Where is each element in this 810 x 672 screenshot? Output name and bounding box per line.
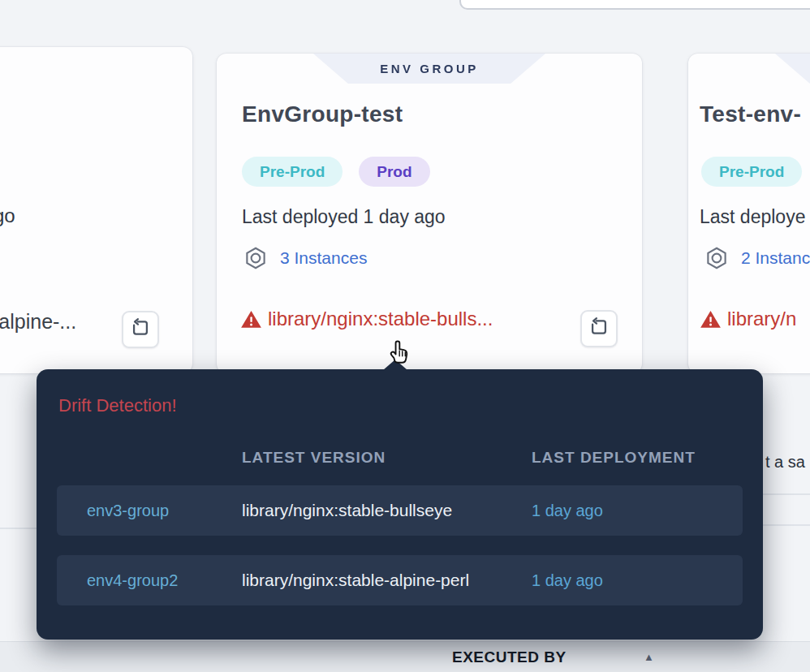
last-deployment-value: 1 day ago — [532, 571, 743, 590]
drift-detection-title: Drift Detection! — [58, 395, 177, 416]
redeploy-button[interactable] — [122, 311, 159, 348]
tooltip-arrow — [383, 360, 407, 370]
latest-version-column-header: LATEST VERSION — [242, 449, 532, 467]
env-group-link[interactable]: env4-group2 — [57, 571, 242, 590]
sort-ascending-icon[interactable]: ▲ — [644, 651, 654, 663]
drift-image-link[interactable]: library/n — [727, 308, 796, 330]
env-group-link[interactable]: env3-group — [57, 502, 242, 520]
redeploy-icon — [130, 317, 151, 342]
background-table-header: EXECUTED BY ▲ — [0, 641, 810, 672]
last-deployed-text: Last deployed 1 day ago — [242, 206, 446, 228]
env-badges: Pre-Prod Prod — [242, 157, 430, 187]
drift-image-row[interactable]: library/nginx:stable-bulls... — [240, 308, 493, 330]
tooltip-table-header: LATEST VERSION LAST DEPLOYMENT — [57, 447, 743, 468]
latest-version-value: library/nginx:stable-alpine-perl — [242, 571, 532, 590]
drift-image-row[interactable]: library/n — [700, 308, 796, 330]
executed-by-column-header[interactable]: EXECUTED BY — [452, 648, 567, 666]
table-row[interactable]: env4-group2 library/nginx:stable-alpine-… — [57, 555, 743, 605]
redeploy-button[interactable] — [580, 310, 618, 347]
instances-hexnut-icon — [704, 246, 729, 270]
background-divider — [761, 493, 810, 495]
last-deployment-value: 1 day ago — [532, 502, 743, 520]
drift-warning-icon — [700, 308, 722, 330]
table-row[interactable]: env3-group library/nginx:stable-bullseye… — [57, 485, 743, 536]
instances-link[interactable]: 3 Instances — [280, 248, 367, 268]
search-input-partial[interactable] — [459, 0, 810, 10]
instances-row[interactable]: 3 Instances — [243, 246, 367, 270]
preprod-badge: Pre-Prod — [242, 157, 343, 187]
background-divider — [761, 524, 810, 526]
image-name-fragment: -alpine-... — [0, 310, 76, 334]
background-divider — [0, 528, 37, 529]
env-group-card-left: go -alpine-... — [0, 47, 192, 373]
drift-warning-icon — [240, 308, 262, 330]
instances-link[interactable]: 2 Instance — [741, 248, 810, 268]
env-group-ribbon-label: ENV GROUP — [380, 62, 479, 75]
latest-version-value: library/nginx:stable-bullseye — [242, 501, 532, 520]
instances-row[interactable]: 2 Instance — [704, 246, 810, 270]
env-group-card-right[interactable]: Test-env- Pre-Prod Last deploye 2 Instan… — [688, 54, 810, 373]
drift-detection-tooltip: Drift Detection! LATEST VERSION LAST DEP… — [37, 369, 763, 640]
env-group-ribbon — [775, 54, 810, 84]
env-badges: Pre-Prod — [701, 157, 802, 187]
last-deployed-text: Last deploye — [700, 206, 805, 228]
redeploy-icon — [588, 317, 610, 341]
env-group-title: Test-env- — [700, 101, 801, 127]
screen: go -alpine-... ENV GROUP EnvGroup-test P… — [0, 0, 810, 672]
env-group-title: EnvGroup-test — [242, 101, 403, 127]
prod-badge: Prod — [359, 157, 429, 187]
env-group-ribbon: ENV GROUP — [313, 54, 545, 84]
env-group-card-center[interactable]: ENV GROUP EnvGroup-test Pre-Prod Prod La… — [217, 54, 642, 373]
preprod-badge: Pre-Prod — [701, 157, 802, 187]
last-deployment-column-header: LAST DEPLOYMENT — [532, 449, 743, 467]
background-text-fragment: t a sa — [765, 453, 805, 472]
last-deployed-text-fragment: go — [0, 205, 15, 227]
instances-hexnut-icon — [243, 246, 268, 270]
drift-image-link[interactable]: library/nginx:stable-bulls... — [268, 308, 493, 330]
